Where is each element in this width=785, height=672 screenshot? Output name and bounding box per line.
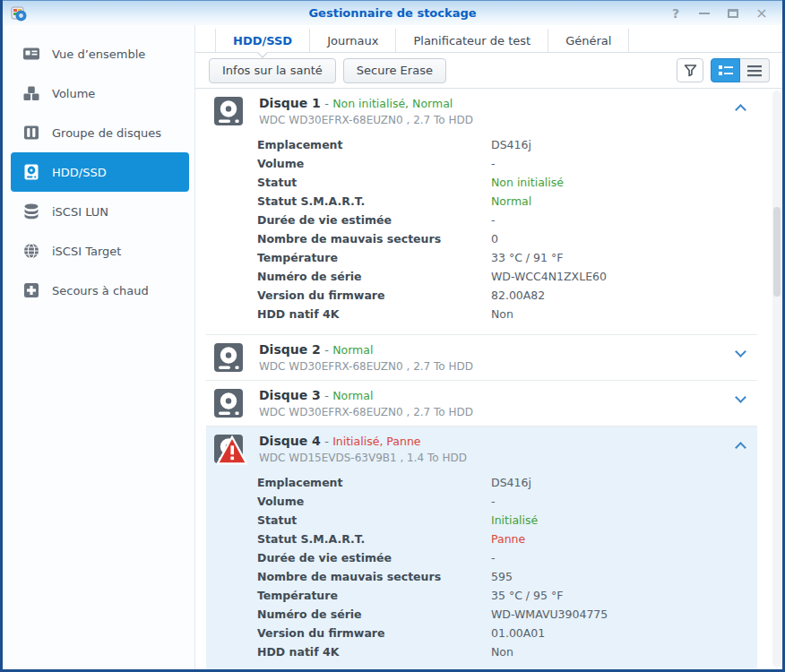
detail-value: 595 xyxy=(491,570,513,583)
iscsi-lun-icon xyxy=(22,202,40,220)
sidebar-item-iscsi-target[interactable]: iSCSI Target xyxy=(11,231,189,271)
detail-value: - xyxy=(491,157,496,170)
detail-value: WD-WCC4N1ZXLE60 xyxy=(491,270,607,283)
disk-model: WDC WD30EFRX-68EUZN0 , 2.7 To HDD xyxy=(259,405,473,419)
chevron-icon[interactable] xyxy=(735,346,746,358)
sidebar-item-hdd-ssd[interactable]: HDD/SSD xyxy=(11,152,189,192)
filter-button[interactable] xyxy=(677,58,703,82)
tab-hdd-ssd[interactable]: HDD/SSD xyxy=(215,29,309,52)
sidebar-item-label: iSCSI LUN xyxy=(52,205,108,219)
detail-label: Emplacement xyxy=(257,138,491,151)
app-icon xyxy=(11,5,27,22)
sidebar-item-volume[interactable]: Volume xyxy=(11,73,189,113)
detail-value: - xyxy=(491,495,496,508)
sidebar: Vue d’ensemble Volume Groupe de disques … xyxy=(3,25,195,669)
disk-header[interactable]: Disque 3 - Normal WDC WD30EFRX-68EUZN0 ,… xyxy=(206,381,757,426)
detail-label: Volume xyxy=(257,495,491,508)
detail-row: Volume - xyxy=(257,154,757,173)
detail-label: Température xyxy=(257,589,491,602)
disk-model: WDC WD30EFRX-68EUZN0 , 2.7 To HDD xyxy=(259,113,473,127)
sidebar-item-label: iSCSI Target xyxy=(52,245,121,258)
close-icon[interactable]: × xyxy=(755,7,768,20)
disk-header[interactable]: Disque 4 - Initialisé, Panne WDC WD15EVD… xyxy=(206,426,757,471)
iscsi-target-icon xyxy=(22,242,40,260)
detail-label: Emplacement xyxy=(257,476,491,489)
disk-status-summary: Normal xyxy=(332,389,373,402)
hdd-drive-icon xyxy=(213,342,244,373)
detail-row: HDD natif 4K Non xyxy=(257,642,757,661)
storage-manager-window: Gestionnaire de stockage ? × Vue d’ensem… xyxy=(0,0,785,672)
hdd-icon xyxy=(22,163,40,181)
chevron-icon[interactable] xyxy=(735,442,746,453)
scrollbar-track[interactable] xyxy=(772,90,781,668)
chevron-icon[interactable] xyxy=(735,104,746,116)
detail-label: Température xyxy=(257,251,491,264)
hdd-drive-icon xyxy=(213,96,244,126)
detail-value: 35 °C / 95 °F xyxy=(491,589,563,602)
disk-block-1: Disque 1 - Non initialisé, Normal WDC WD… xyxy=(206,89,757,334)
detail-value: 0 xyxy=(491,232,498,246)
view-toggle xyxy=(711,58,770,82)
health-info-button[interactable]: Infos sur la santé xyxy=(209,58,336,83)
disk-header[interactable]: Disque 1 - Non initialisé, Normal WDC WD… xyxy=(206,89,757,134)
disk-status-summary: Initialisé, Panne xyxy=(332,435,420,448)
disk-name: Disque 2 xyxy=(259,342,321,357)
scrollbar-thumb[interactable] xyxy=(773,207,781,297)
detail-row: Emplacement DS416j xyxy=(257,135,757,154)
tab-label: HDD/SSD xyxy=(233,34,292,47)
detail-label: HDD natif 4K xyxy=(257,307,491,321)
detail-label: Statut S.M.A.R.T. xyxy=(257,194,491,208)
detail-row: Température 35 °C / 95 °F xyxy=(257,586,757,605)
detail-value: WD-WMAVU3904775 xyxy=(491,607,608,621)
chevron-icon[interactable] xyxy=(735,392,746,403)
hot-spare-icon xyxy=(22,281,40,299)
detail-value: - xyxy=(491,551,496,564)
detail-view-button[interactable] xyxy=(711,58,740,82)
detail-row: Emplacement DS416j xyxy=(257,473,757,492)
detail-label: Numéro de série xyxy=(257,270,491,283)
disk-block-4: Disque 4 - Initialisé, Panne WDC WD15EVD… xyxy=(206,426,757,669)
help-icon[interactable]: ? xyxy=(669,7,682,20)
detail-value: DS416j xyxy=(491,138,531,151)
simple-view-button[interactable] xyxy=(740,58,770,82)
sidebar-item-iscsi-lun[interactable]: iSCSI LUN xyxy=(11,192,189,231)
detail-row: Version du firmware 82.00A82 xyxy=(257,286,757,305)
detail-value: Non xyxy=(491,645,513,659)
tab-bar: HDD/SSD Journaux Planificateur de test G… xyxy=(195,29,782,53)
detail-value: Non xyxy=(491,307,513,321)
sidebar-item-vue-d-ensemble[interactable]: Vue d’ensemble xyxy=(11,34,189,73)
tab-label: Journaux xyxy=(327,34,378,47)
maximize-icon[interactable] xyxy=(727,7,739,20)
tab-journaux[interactable]: Journaux xyxy=(309,29,395,52)
tab-general[interactable]: Général xyxy=(548,29,629,52)
sidebar-item-label: Secours à chaud xyxy=(52,284,149,297)
main-panel: HDD/SSD Journaux Planificateur de test G… xyxy=(195,25,782,669)
filter-icon xyxy=(684,64,697,77)
tab-label: Planificateur de test xyxy=(413,34,531,47)
disk-name: Disque 4 xyxy=(259,434,321,448)
minimize-icon[interactable] xyxy=(698,7,711,20)
disk-status-summary: Normal xyxy=(332,343,373,357)
detail-label: Numéro de série xyxy=(257,607,491,621)
sidebar-item-groupe-de-disques[interactable]: Groupe de disques xyxy=(11,113,189,152)
detail-row: Température 33 °C / 91 °F xyxy=(257,248,757,267)
sidebar-item-label: HDD/SSD xyxy=(52,166,107,179)
detail-value: 33 °C / 91 °F xyxy=(491,251,563,264)
tab-planificateur-de-test[interactable]: Planificateur de test xyxy=(395,29,548,52)
detail-row: Durée de vie estimée - xyxy=(257,211,757,229)
detail-row: Volume - xyxy=(257,492,757,511)
disk-model: WDC WD30EFRX-68EUZN0 , 2.7 To HDD xyxy=(259,359,473,374)
toolbar-right xyxy=(677,58,770,82)
sidebar-item-secours-a-chaud[interactable]: Secours à chaud xyxy=(11,271,189,310)
disk-header[interactable]: Disque 2 - Normal WDC WD30EFRX-68EUZN0 ,… xyxy=(206,335,757,380)
detail-value: - xyxy=(491,213,496,227)
disk-block-2: Disque 2 - Normal WDC WD30EFRX-68EUZN0 ,… xyxy=(206,334,757,380)
detail-row: Numéro de série WD-WMAVU3904775 xyxy=(257,605,757,624)
disk-name: Disque 1 xyxy=(259,96,321,110)
secure-erase-button[interactable]: Secure Erase xyxy=(343,58,446,83)
detail-label: Durée de vie estimée xyxy=(257,551,491,564)
detail-value: Non initialisé xyxy=(491,176,564,189)
sidebar-item-label: Groupe de disques xyxy=(52,126,161,140)
sidebar-item-label: Volume xyxy=(52,87,95,100)
window-controls: ? × xyxy=(669,7,782,20)
